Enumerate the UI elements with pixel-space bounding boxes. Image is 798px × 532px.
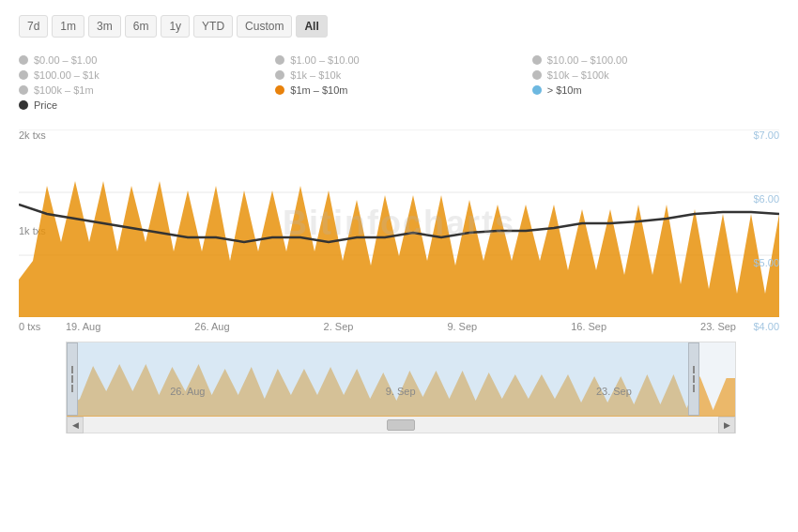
legend-item-2[interactable]: $10.00 – $100.00 bbox=[532, 54, 779, 66]
navigator[interactable]: 26. Aug 9. Sep 23. Sep bbox=[66, 342, 736, 417]
x-label-4: 16. Sep bbox=[571, 321, 606, 332]
nav-label-2: 23. Sep bbox=[596, 386, 632, 397]
legend-dot-3 bbox=[19, 70, 28, 80]
btn-1m[interactable]: 1m bbox=[52, 15, 84, 38]
x-label-3: 9. Sep bbox=[447, 321, 477, 332]
handle-line bbox=[693, 375, 695, 383]
legend-item-6[interactable]: $100k – $1m bbox=[19, 84, 266, 96]
navigator-selection[interactable] bbox=[67, 342, 696, 416]
legend-label-5: $10k – $100k bbox=[547, 69, 609, 81]
nav-label-0: 26. Aug bbox=[170, 386, 205, 397]
legend-item-0[interactable]: $0.00 – $1.00 bbox=[19, 54, 266, 66]
orange-area bbox=[19, 181, 779, 317]
legend-label-2: $10.00 – $100.00 bbox=[547, 54, 628, 66]
legend-label-7: $1m – $10m bbox=[290, 84, 347, 96]
x-label-5: 23. Sep bbox=[700, 321, 736, 332]
x-label-1: 26. Aug bbox=[194, 321, 229, 332]
y-right-label-1: $6.00 bbox=[740, 193, 779, 205]
navigator-handle-right[interactable] bbox=[688, 342, 699, 416]
legend-dot-1 bbox=[275, 55, 284, 65]
y-right-label-0: $7.00 bbox=[740, 129, 779, 141]
navigator-handle-left[interactable] bbox=[67, 342, 78, 416]
chart-svg bbox=[19, 129, 779, 317]
legend-dot-8 bbox=[532, 85, 542, 95]
chart-wrapper: 2k txs 1k txs 0 txs Bitinfocharts bbox=[19, 129, 779, 332]
legend-dot-0 bbox=[19, 55, 28, 65]
legend-item-7[interactable]: $1m – $10m bbox=[275, 84, 522, 96]
handle-line bbox=[71, 375, 73, 383]
x-label-2: 2. Sep bbox=[324, 321, 354, 332]
scroll-track[interactable] bbox=[84, 417, 718, 433]
scroll-left-arrow[interactable]: ◀ bbox=[67, 417, 84, 433]
y-axis-right: $7.00 $6.00 $5.00 $4.00 bbox=[736, 129, 779, 332]
legend-item-5[interactable]: $10k – $100k bbox=[532, 69, 779, 81]
scroll-thumb[interactable] bbox=[387, 419, 415, 431]
btn-custom[interactable]: Custom bbox=[237, 15, 292, 38]
scrollbar[interactable]: ◀ ▶ bbox=[66, 417, 736, 433]
legend-dot-price bbox=[19, 100, 28, 110]
nav-label-1: 9. Sep bbox=[386, 386, 416, 397]
legend-label-price: Price bbox=[34, 99, 57, 111]
handle-line bbox=[71, 366, 73, 373]
x-label-0: 19. Aug bbox=[66, 321, 100, 332]
legend-item-price[interactable]: Price bbox=[19, 99, 266, 111]
btn-ytd[interactable]: YTD bbox=[193, 15, 233, 38]
x-axis: 19. Aug 26. Aug 2. Sep 9. Sep 16. Sep 23… bbox=[66, 321, 736, 332]
legend-dot-4 bbox=[275, 70, 284, 80]
legend-label-3: $100.00 – $1k bbox=[34, 69, 100, 81]
legend-label-6: $100k – $1m bbox=[34, 84, 94, 96]
y-right-label-3: $4.00 bbox=[740, 321, 779, 332]
y-label-bot: 0 txs bbox=[19, 321, 62, 332]
legend-dot-6 bbox=[19, 85, 28, 95]
legend-item-8[interactable]: > $10m bbox=[532, 84, 779, 96]
btn-1y[interactable]: 1y bbox=[161, 15, 190, 38]
time-range-selector: 7d 1m 3m 6m 1y YTD Custom All bbox=[19, 15, 779, 38]
legend-item-4[interactable]: $1k – $10k bbox=[275, 69, 522, 81]
btn-all[interactable]: All bbox=[296, 15, 327, 38]
main-container: 7d 1m 3m 6m 1y YTD Custom All $0.00 – $1… bbox=[0, 0, 798, 443]
legend-dot-2 bbox=[532, 55, 542, 65]
legend-item-1[interactable]: $1.00 – $10.00 bbox=[275, 54, 522, 66]
scroll-right-arrow[interactable]: ▶ bbox=[718, 417, 735, 433]
legend-dot-5 bbox=[532, 70, 542, 80]
legend-dot-7 bbox=[275, 85, 284, 95]
btn-6m[interactable]: 6m bbox=[125, 15, 158, 38]
legend-label-1: $1.00 – $10.00 bbox=[290, 54, 359, 66]
btn-7d[interactable]: 7d bbox=[19, 15, 48, 38]
chart-legend: $0.00 – $1.00 $1.00 – $10.00 $10.00 – $1… bbox=[19, 54, 779, 111]
legend-label-4: $1k – $10k bbox=[290, 69, 341, 81]
nav-labels: 26. Aug 9. Sep 23. Sep bbox=[67, 386, 735, 397]
legend-label-0: $0.00 – $1.00 bbox=[34, 54, 97, 66]
legend-item-3[interactable]: $100.00 – $1k bbox=[19, 69, 266, 81]
btn-3m[interactable]: 3m bbox=[88, 15, 121, 38]
legend-label-8: > $10m bbox=[547, 84, 582, 96]
handle-line bbox=[693, 366, 695, 373]
y-right-label-2: $5.00 bbox=[740, 257, 779, 268]
